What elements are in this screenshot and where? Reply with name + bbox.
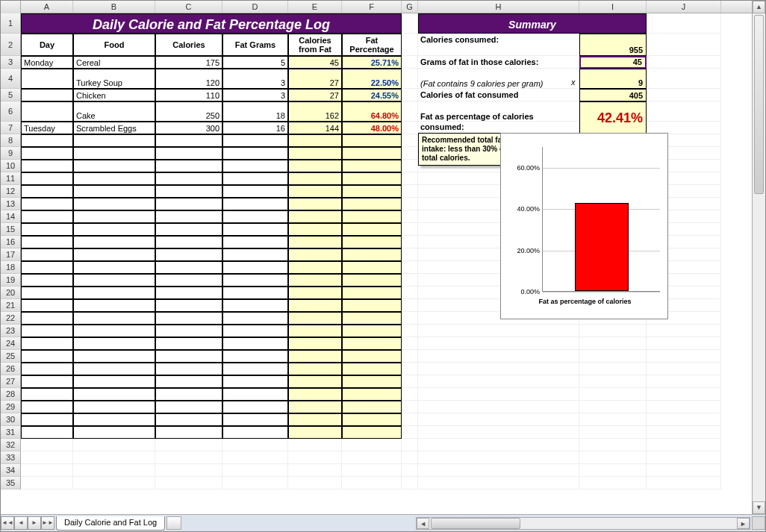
value-cal-consumed[interactable]: 955 <box>579 34 647 56</box>
column-header-F[interactable]: F <box>342 1 402 13</box>
tab-nav-prev[interactable]: ◄ <box>14 516 28 530</box>
cell-r3-day[interactable]: Monday <box>21 56 73 69</box>
empty-cell-r25-c5[interactable] <box>342 350 402 363</box>
empty-cell-r17-c3[interactable] <box>222 248 288 261</box>
empty-cell-r22-c5[interactable] <box>342 312 402 325</box>
empty-cell-r26-c1[interactable] <box>73 363 155 375</box>
value-calfat[interactable]: 405 <box>579 89 647 101</box>
row-header-34[interactable]: 34 <box>1 464 21 477</box>
empty-cell-r18-c3[interactable] <box>222 261 288 274</box>
empty-cell-r24-c0[interactable] <box>21 337 73 350</box>
empty-cell-r13-c0[interactable] <box>21 198 73 210</box>
empty-cell-r23-c1[interactable] <box>73 325 155 337</box>
horizontal-scroll-thumb[interactable] <box>431 518 520 529</box>
empty-cell-r17-c4[interactable] <box>288 248 342 261</box>
empty-cell-r19-c3[interactable] <box>222 274 288 287</box>
empty-cell-r9-c4[interactable] <box>288 147 342 160</box>
empty-cell-r9-c0[interactable] <box>21 147 73 160</box>
row-header-32[interactable]: 32 <box>1 439 21 451</box>
cell-r6-day[interactable] <box>21 101 73 122</box>
row-header-17[interactable]: 17 <box>1 248 21 261</box>
row-header-11[interactable]: 11 <box>1 172 21 185</box>
empty-cell-r28-c1[interactable] <box>73 388 155 401</box>
empty-cell-r23-c5[interactable] <box>342 325 402 337</box>
empty-cell-r18-c5[interactable] <box>342 261 402 274</box>
cell-r3-food[interactable]: Cereal <box>73 56 155 69</box>
empty-cell-r18-c2[interactable] <box>155 261 222 274</box>
row-header-33[interactable]: 33 <box>1 451 21 464</box>
cell-r4-pct[interactable]: 22.50% <box>342 69 402 89</box>
empty-cell-r30-c4[interactable] <box>288 413 342 426</box>
row-header-6[interactable]: 6 <box>1 101 21 122</box>
column-header-E[interactable]: E <box>288 1 342 13</box>
empty-cell-r12-c5[interactable] <box>342 185 402 198</box>
empty-cell-r15-c1[interactable] <box>73 223 155 236</box>
empty-cell-r8-c1[interactable] <box>73 134 155 147</box>
cell-r5-day[interactable] <box>21 89 73 101</box>
column-header-H[interactable]: H <box>418 1 579 13</box>
empty-cell-r19-c1[interactable] <box>73 274 155 287</box>
empty-cell-r19-c2[interactable] <box>155 274 222 287</box>
empty-cell-r29-c5[interactable] <box>342 401 402 413</box>
empty-cell-r25-c0[interactable] <box>21 350 73 363</box>
empty-cell-r31-c2[interactable] <box>155 426 222 439</box>
empty-cell-r14-c1[interactable] <box>73 210 155 223</box>
empty-cell-r15-c2[interactable] <box>155 223 222 236</box>
cell-r5-food[interactable]: Chicken <box>73 89 155 101</box>
cell-r5-fg[interactable]: 3 <box>222 89 288 101</box>
empty-cell-r21-c0[interactable] <box>21 299 73 312</box>
empty-cell-r22-c2[interactable] <box>155 312 222 325</box>
tab-nav-first[interactable]: ◄◄ <box>1 516 14 530</box>
cell-r4-food[interactable]: Turkey Soup <box>73 69 155 89</box>
row-header-35[interactable]: 35 <box>1 477 21 489</box>
empty-cell-r31-c5[interactable] <box>342 426 402 439</box>
empty-cell-r19-c5[interactable] <box>342 274 402 287</box>
column-header-I[interactable]: I <box>579 1 647 13</box>
empty-cell-r15-c3[interactable] <box>222 223 288 236</box>
empty-cell-r31-c0[interactable] <box>21 426 73 439</box>
empty-cell-r21-c2[interactable] <box>155 299 222 312</box>
empty-cell-r16-c0[interactable] <box>21 236 73 248</box>
empty-cell-r17-c2[interactable] <box>155 248 222 261</box>
cell-r7-food[interactable]: Scrambled Eggs <box>73 122 155 134</box>
empty-cell-r20-c0[interactable] <box>21 287 73 299</box>
empty-cell-r20-c4[interactable] <box>288 287 342 299</box>
row-header-2[interactable]: 2 <box>1 34 21 56</box>
value-pct[interactable]: 42.41% <box>579 101 647 134</box>
row-header-18[interactable]: 18 <box>1 261 21 274</box>
empty-cell-r17-c0[interactable] <box>21 248 73 261</box>
sheet-tab-active[interactable]: Daily Calorie and Fat Log <box>56 516 165 531</box>
empty-cell-r30-c2[interactable] <box>155 413 222 426</box>
column-header-D[interactable]: D <box>222 1 288 13</box>
column-header-G[interactable]: G <box>402 1 418 13</box>
row-header-4[interactable]: 4 <box>1 69 21 89</box>
empty-cell-r17-c5[interactable] <box>342 248 402 261</box>
empty-cell-r15-c4[interactable] <box>288 223 342 236</box>
column-header-J[interactable]: J <box>647 1 721 13</box>
row-header-24[interactable]: 24 <box>1 337 21 350</box>
empty-cell-r13-c1[interactable] <box>73 198 155 210</box>
empty-cell-r16-c1[interactable] <box>73 236 155 248</box>
empty-cell-r21-c5[interactable] <box>342 299 402 312</box>
chart-container[interactable]: 0.00%20.00%40.00%60.00%Fat as percentage… <box>500 133 668 319</box>
empty-cell-r8-c2[interactable] <box>155 134 222 147</box>
empty-cell-r14-c5[interactable] <box>342 210 402 223</box>
row-header-29[interactable]: 29 <box>1 401 21 413</box>
empty-cell-r20-c5[interactable] <box>342 287 402 299</box>
empty-cell-r9-c3[interactable] <box>222 147 288 160</box>
empty-cell-r25-c2[interactable] <box>155 350 222 363</box>
tab-nav-next[interactable]: ► <box>28 516 41 530</box>
scroll-down-button[interactable]: ▼ <box>753 501 765 514</box>
tab-insert-icon[interactable] <box>166 516 181 530</box>
empty-cell-r10-c3[interactable] <box>222 160 288 172</box>
empty-cell-r28-c4[interactable] <box>288 388 342 401</box>
empty-cell-r25-c4[interactable] <box>288 350 342 363</box>
empty-cell-r8-c3[interactable] <box>222 134 288 147</box>
empty-cell-r21-c3[interactable] <box>222 299 288 312</box>
empty-cell-r13-c3[interactable] <box>222 198 288 210</box>
empty-cell-r24-c2[interactable] <box>155 337 222 350</box>
empty-cell-r16-c4[interactable] <box>288 236 342 248</box>
empty-cell-r27-c0[interactable] <box>21 375 73 388</box>
cell-r4-cff[interactable]: 27 <box>288 69 342 89</box>
vertical-scrollbar[interactable]: ▲ ▼ <box>752 1 765 514</box>
